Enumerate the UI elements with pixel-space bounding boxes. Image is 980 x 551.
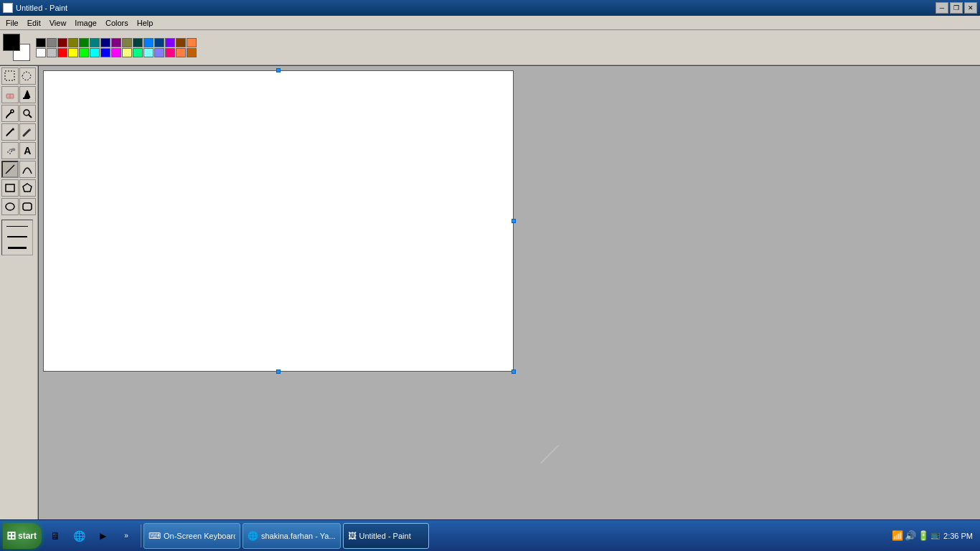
color-red[interactable]: [57, 48, 67, 57]
pencil-trail: [540, 445, 559, 463]
canvas-handle-bottom[interactable]: [276, 369, 281, 374]
ellipse-tool[interactable]: [1, 198, 19, 215]
canvas-scroll-area[interactable]: [39, 66, 980, 537]
svg-point-5: [11, 110, 14, 113]
eyedropper-tool[interactable]: [1, 105, 19, 122]
color-lightgreen[interactable]: [133, 48, 143, 57]
tray-volume-icon[interactable]: 🔊: [905, 530, 916, 541]
canvas-handle-right[interactable]: [512, 219, 516, 223]
color-darkred[interactable]: [57, 38, 67, 47]
restore-button[interactable]: ❐: [950, 2, 963, 14]
color-periwinkle[interactable]: [154, 48, 164, 57]
content-area: A: [0, 66, 980, 537]
quicklaunch-more[interactable]: »: [115, 524, 138, 547]
quick-launch-area: 🖥 🌐 ▶ »: [44, 524, 141, 547]
menu-view[interactable]: View: [45, 17, 71, 29]
tray-battery-icon[interactable]: 🔋: [918, 530, 929, 541]
tray-display-icon[interactable]: 📺: [930, 530, 941, 541]
menu-colors[interactable]: Colors: [101, 17, 133, 29]
color-hotpink[interactable]: [165, 48, 175, 57]
color-yellow[interactable]: [68, 48, 78, 57]
color-white[interactable]: [36, 48, 46, 57]
brush-size-1[interactable]: [6, 226, 28, 227]
tool-row-6: [1, 161, 36, 178]
fg-color-box[interactable]: [3, 34, 20, 51]
minimize-button[interactable]: ─: [936, 2, 948, 14]
color-lightcyan[interactable]: [143, 48, 154, 57]
clock: 2:36 PM: [943, 532, 973, 540]
text-tool[interactable]: A: [19, 142, 37, 159]
rounded-rect-tool[interactable]: [19, 198, 37, 215]
color-lime[interactable]: [79, 48, 89, 57]
color-darkorange[interactable]: [187, 48, 197, 57]
app-icon: 🖼: [3, 3, 13, 13]
color-darkblue2[interactable]: [154, 38, 164, 47]
close-button[interactable]: ✕: [964, 2, 977, 14]
color-darkteal[interactable]: [133, 38, 143, 47]
color-darkgreen[interactable]: [79, 38, 89, 47]
svg-line-8: [29, 115, 32, 118]
menu-bar: File Edit View Image Colors Help: [0, 16, 980, 30]
eraser-tool[interactable]: [1, 86, 19, 103]
brush-size-3[interactable]: [8, 247, 27, 249]
menu-edit[interactable]: Edit: [23, 17, 45, 29]
line-tool[interactable]: [1, 161, 19, 178]
curve-tool[interactable]: [19, 161, 36, 178]
paint-app-icon: 🖼: [348, 531, 357, 541]
title-bar-controls: ─ ❐ ✕: [936, 2, 977, 14]
polygon-tool[interactable]: [19, 179, 37, 197]
clock-time: 2:36 PM: [943, 532, 973, 540]
paint-canvas[interactable]: [43, 70, 514, 372]
svg-rect-0: [5, 71, 14, 80]
title-bar: 🖼 Untitled - Paint ─ ❐ ✕: [0, 0, 980, 16]
color-brown[interactable]: [176, 38, 186, 47]
rect-tool[interactable]: [1, 179, 19, 197]
start-button[interactable]: ⊞ start: [3, 523, 42, 549]
color-silver[interactable]: [47, 48, 57, 57]
color-cyan[interactable]: [90, 48, 100, 57]
color-olive2[interactable]: [122, 38, 132, 47]
internet-btn[interactable]: 🌐: [67, 524, 90, 547]
canvas-wrapper: [43, 70, 514, 372]
taskbar-keyboard-app[interactable]: ⌨ On-Screen Keyboard: [143, 523, 240, 549]
color-gray[interactable]: [47, 38, 57, 47]
taskbar-paint-app[interactable]: 🖼 Untitled - Paint: [343, 523, 429, 549]
color-teal[interactable]: [90, 38, 100, 47]
color-navy[interactable]: [100, 38, 110, 47]
color-blue2[interactable]: [143, 38, 154, 47]
palette-row-1: [36, 38, 197, 47]
magnify-tool[interactable]: [19, 105, 37, 122]
color-lightyellow[interactable]: [122, 48, 132, 57]
color-blue[interactable]: [100, 48, 110, 57]
select-free-tool[interactable]: [19, 67, 37, 85]
app-wrapper: 🖼 Untitled - Paint ─ ❐ ✕ File Edit View …: [0, 0, 980, 551]
taskbar-yahoo-app[interactable]: 🌐 shakina.farhan - Ya...: [242, 523, 341, 549]
keyboard-app-icon: ⌨: [149, 531, 161, 541]
color-orange[interactable]: [187, 38, 197, 47]
color-violet[interactable]: [165, 38, 175, 47]
select-rect-tool[interactable]: [1, 67, 19, 85]
color-olive[interactable]: [68, 38, 78, 47]
tool-row-7: [1, 179, 36, 197]
svg-point-23: [6, 203, 14, 210]
brush-tool[interactable]: [19, 123, 37, 141]
airbrush-tool[interactable]: [1, 142, 19, 159]
canvas-handle-bottom-right[interactable]: [512, 369, 516, 374]
svg-rect-21: [6, 184, 14, 192]
svg-rect-24: [23, 203, 32, 210]
pencil-tool[interactable]: [1, 123, 19, 141]
menu-file[interactable]: File: [1, 17, 23, 29]
show-desktop-btn[interactable]: 🖥: [44, 524, 67, 547]
color-magenta[interactable]: [111, 48, 121, 57]
fill-tool[interactable]: [19, 86, 37, 103]
menu-help[interactable]: Help: [133, 17, 158, 29]
color-black[interactable]: [36, 38, 46, 47]
color-peach[interactable]: [176, 48, 186, 57]
color-purple[interactable]: [111, 38, 121, 47]
menu-image[interactable]: Image: [70, 17, 101, 29]
brush-size-2[interactable]: [7, 236, 27, 237]
tray-network-icon[interactable]: 📶: [892, 530, 903, 541]
media-btn[interactable]: ▶: [91, 524, 114, 547]
svg-line-4: [6, 112, 11, 117]
canvas-handle-top[interactable]: [276, 68, 281, 72]
